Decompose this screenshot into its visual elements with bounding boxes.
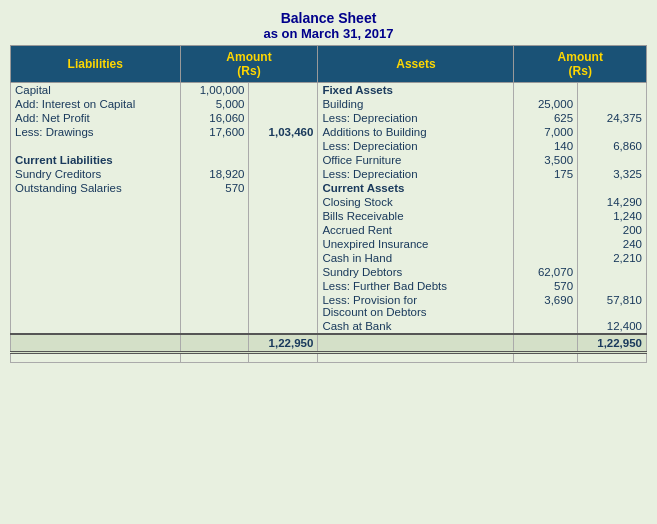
assets-outer-8 bbox=[578, 181, 647, 195]
liab-outer-8 bbox=[249, 181, 318, 195]
liab-blank-5 bbox=[11, 237, 181, 251]
assets-inner-10 bbox=[514, 209, 578, 223]
liab-outer-blank-6 bbox=[249, 251, 318, 265]
less-dep2-label: Less: Depreciation bbox=[318, 139, 514, 153]
sub-title: as on March 31, 2017 bbox=[10, 26, 647, 41]
bills-receivable-label: Bills Receivable bbox=[318, 209, 514, 223]
liab-blank-7 bbox=[11, 265, 181, 279]
sundry-debtors-value: 62,070 bbox=[514, 265, 578, 279]
liab-inner-blank-4 bbox=[180, 223, 249, 237]
table-row: Add: Interest on Capital 5,000 Building … bbox=[11, 97, 647, 111]
liab-inner-blank-1 bbox=[180, 139, 249, 153]
outstanding-label: Outstanding Salaries bbox=[11, 181, 181, 195]
accrued-value: 200 bbox=[578, 223, 647, 237]
liab-total-inner bbox=[180, 334, 249, 353]
add-net-profit-value: 16,060 bbox=[180, 111, 249, 125]
closing-stock-value: 14,290 bbox=[578, 195, 647, 209]
unexpired-value: 240 bbox=[578, 237, 647, 251]
cash-hand-value: 2,210 bbox=[578, 251, 647, 265]
table-row: Bills Receivable 1,240 bbox=[11, 209, 647, 223]
liab-inner-6 bbox=[180, 153, 249, 167]
table-row: Cash at Bank 12,400 bbox=[11, 319, 647, 334]
less-drawings-value: 17,600 bbox=[180, 125, 249, 139]
additions-label: Additions to Building bbox=[318, 125, 514, 139]
liab-inner-blank-9 bbox=[180, 293, 249, 319]
liab-outer-blank-9 bbox=[249, 293, 318, 319]
assets-outer-14 bbox=[578, 265, 647, 279]
add-net-profit-label: Add: Net Profit bbox=[11, 111, 181, 125]
liab-outer-blank-1 bbox=[249, 139, 318, 153]
assets-inner-8 bbox=[514, 181, 578, 195]
liab-inner-blank-7 bbox=[180, 265, 249, 279]
table-header: Liabilities Amount(Rs) Assets Amount(Rs) bbox=[11, 46, 647, 83]
assets-inner-17 bbox=[514, 319, 578, 334]
current-liab-label: Current Liabilities bbox=[11, 153, 181, 167]
sundry-net: 57,810 bbox=[578, 293, 647, 319]
accrued-rent-label: Accrued Rent bbox=[318, 223, 514, 237]
less-provision-label: Less: Provision forDiscount on Debtors bbox=[318, 293, 514, 319]
bottom-blank-3 bbox=[249, 353, 318, 363]
office-furniture-label: Office Furniture bbox=[318, 153, 514, 167]
fixed-assets-label: Fixed Assets bbox=[318, 83, 514, 98]
assets-outer-2 bbox=[578, 97, 647, 111]
table-row: Sundry Debtors 62,070 bbox=[11, 265, 647, 279]
bottom-blank-4 bbox=[318, 353, 514, 363]
liab-outer-blank-3 bbox=[249, 209, 318, 223]
additions-value: 7,000 bbox=[514, 125, 578, 139]
liab-blank-4 bbox=[11, 223, 181, 237]
assets-inner-1 bbox=[514, 83, 578, 98]
less-dep1-label: Less: Depreciation bbox=[318, 111, 514, 125]
header-amount-liab: Amount(Rs) bbox=[180, 46, 318, 83]
liab-outer-blank-4 bbox=[249, 223, 318, 237]
page-wrapper: Balance Sheet as on March 31, 2017 Liabi… bbox=[10, 10, 647, 363]
liab-blank-9 bbox=[11, 293, 181, 319]
current-assets-label: Current Assets bbox=[318, 181, 514, 195]
liab-inner-blank-3 bbox=[180, 209, 249, 223]
assets-inner-11 bbox=[514, 223, 578, 237]
table-row: Add: Net Profit 16,060 Less: Depreciatio… bbox=[11, 111, 647, 125]
office-value: 3,500 bbox=[514, 153, 578, 167]
add-interest-value: 5,000 bbox=[180, 97, 249, 111]
assets-outer-15 bbox=[578, 279, 647, 293]
liab-blank-1 bbox=[11, 139, 181, 153]
table-row: Accrued Rent 200 bbox=[11, 223, 647, 237]
building-label: Building bbox=[318, 97, 514, 111]
header-liabilities: Liabilities bbox=[11, 46, 181, 83]
building-net: 24,375 bbox=[578, 111, 647, 125]
capital-label: Capital bbox=[11, 83, 181, 98]
table-row: Less: Further Bad Debts 570 bbox=[11, 279, 647, 293]
bottom-blank-6 bbox=[578, 353, 647, 363]
bad-debts-value: 570 bbox=[514, 279, 578, 293]
sundry-cred-label: Sundry Creditors bbox=[11, 167, 181, 181]
title-section: Balance Sheet as on March 31, 2017 bbox=[10, 10, 647, 41]
less-dep3-value: 175 bbox=[514, 167, 578, 181]
main-title: Balance Sheet bbox=[10, 10, 647, 26]
table-row: Outstanding Salaries 570 Current Assets bbox=[11, 181, 647, 195]
liab-outer-blank-5 bbox=[249, 237, 318, 251]
less-bad-debts-label: Less: Further Bad Debts bbox=[318, 279, 514, 293]
liab-inner-blank-10 bbox=[180, 319, 249, 334]
bottom-blank-5 bbox=[514, 353, 578, 363]
liab-blank-10 bbox=[11, 319, 181, 334]
balance-sheet-table: Liabilities Amount(Rs) Assets Amount(Rs)… bbox=[10, 45, 647, 363]
closing-stock-label: Closing Stock bbox=[318, 195, 514, 209]
header-amount-assets: Amount(Rs) bbox=[514, 46, 647, 83]
liab-outer-blank-10 bbox=[249, 319, 318, 334]
total-row: 1,22,950 1,22,950 bbox=[11, 334, 647, 353]
liab-inner-blank-2 bbox=[180, 195, 249, 209]
provision-value: 3,690 bbox=[514, 293, 578, 319]
table-row: Less: Drawings 17,600 1,03,460 Additions… bbox=[11, 125, 647, 139]
liab-outer-3 bbox=[249, 111, 318, 125]
liab-blank-2 bbox=[11, 195, 181, 209]
building-value: 25,000 bbox=[514, 97, 578, 111]
assets-inner-9 bbox=[514, 195, 578, 209]
bottom-blank-2 bbox=[180, 353, 249, 363]
cash-bank-value: 12,400 bbox=[578, 319, 647, 334]
liab-outer-7 bbox=[249, 167, 318, 181]
header-assets: Assets bbox=[318, 46, 514, 83]
bottom-blank-1 bbox=[11, 353, 181, 363]
table-row: Less: Depreciation 140 6,860 bbox=[11, 139, 647, 153]
less-dep2-value: 140 bbox=[514, 139, 578, 153]
table-row: Capital 1,00,000 Fixed Assets bbox=[11, 83, 647, 98]
assets-total-blank bbox=[318, 334, 514, 353]
